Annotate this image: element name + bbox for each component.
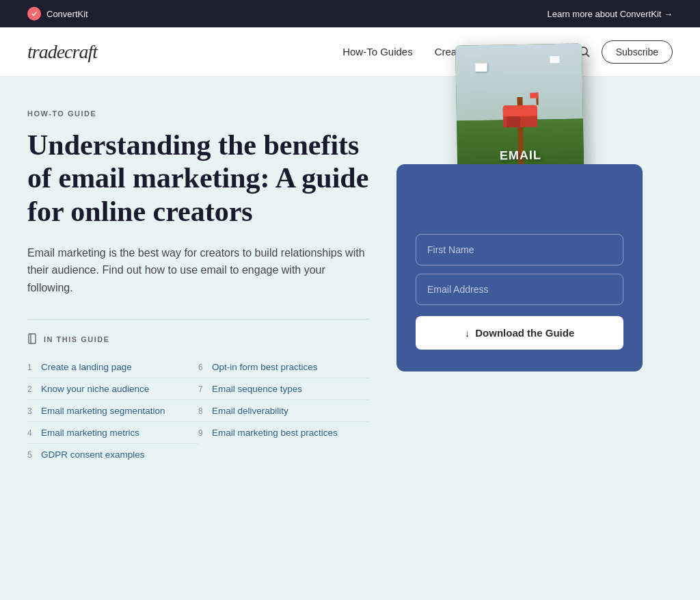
page-body: HOW-TO GUIDE Understanding the benefits …: [0, 77, 700, 600]
main-nav: tradecraft How-To Guides Creator Stories…: [0, 27, 700, 77]
svg-rect-3: [29, 334, 36, 343]
article-left-col: HOW-TO GUIDE Understanding the benefits …: [27, 109, 369, 465]
email-input[interactable]: [416, 274, 623, 305]
download-button[interactable]: ↓ Download the Guide: [416, 316, 623, 350]
toc-item-9[interactable]: 9 Email marketing best practices: [198, 422, 369, 443]
toc-col-right: 6 Opt-in form best practices 7 Email seq…: [198, 356, 369, 465]
first-name-input[interactable]: [416, 234, 623, 265]
learn-more-link[interactable]: Learn more about ConvertKit →: [547, 9, 673, 19]
toc-item-4[interactable]: 4 Email marketing metrics: [27, 422, 198, 444]
toc-item-6[interactable]: 6 Opt-in form best practices: [198, 356, 369, 378]
toc-item-2[interactable]: 2 Know your niche audience: [27, 378, 198, 400]
toc-item-1[interactable]: 1 Create a landing page: [27, 356, 198, 378]
subscribe-button[interactable]: Subscribe: [602, 40, 673, 64]
toc-item-3[interactable]: 3 Email marketing segmentation: [27, 400, 198, 422]
site-logo[interactable]: tradecraft: [27, 41, 97, 63]
top-bar: ConvertKit Learn more about ConvertKit →: [0, 0, 700, 27]
article-title: Understanding the benefits of email mark…: [27, 129, 369, 228]
toc-grid: 1 Create a landing page 2 Know your nich…: [27, 356, 369, 465]
content-wrapper: HOW-TO GUIDE Understanding the benefits …: [27, 109, 673, 465]
download-icon: ↓: [465, 327, 470, 339]
form-spacer: [416, 186, 623, 234]
convertkit-brand-name: ConvertKit: [46, 9, 88, 19]
toc-item-5[interactable]: 5 GDPR consent examples: [27, 444, 198, 465]
toc-item-8[interactable]: 8 Email deliverability: [198, 400, 369, 422]
table-of-contents: IN THIS GUIDE 1 Create a landing page 2 …: [27, 319, 369, 465]
convertkit-logo-icon: [27, 7, 41, 21]
top-bar-brand: ConvertKit: [27, 7, 88, 21]
category-label: HOW-TO GUIDE: [27, 109, 369, 118]
nav-item-how-to-guides[interactable]: How-To Guides: [342, 46, 413, 58]
toc-item-7[interactable]: 7 Email sequence types: [198, 378, 369, 400]
guide-card: ↓ Download the Guide: [396, 164, 643, 371]
book-icon: [27, 333, 38, 345]
download-label: Download the Guide: [475, 327, 574, 339]
article-description: Email marketing is the best way for crea…: [27, 244, 369, 297]
toc-header: IN THIS GUIDE: [27, 333, 369, 345]
guide-card-col: EMAIL marketing — GUIDE — ↓ Download the…: [396, 109, 643, 371]
toc-col-left: 1 Create a landing page 2 Know your nich…: [27, 356, 198, 465]
